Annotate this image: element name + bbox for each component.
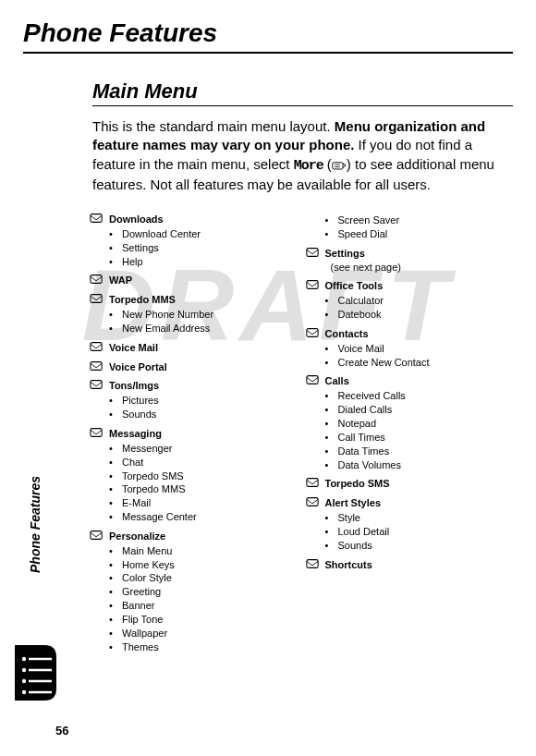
menu-sub-item-label: Notepad [338,417,377,431]
menu-sub-item: •Dialed Calls [325,403,514,417]
menu-sub-item: •Notepad [325,417,514,431]
bullet-icon: • [109,227,122,241]
menu-group-icon [89,427,104,438]
svg-rect-7 [91,361,102,370]
menu-group: Messaging•Messenger•Chat•Torpedo SMS•Tor… [109,427,298,524]
bullet-icon: • [109,322,122,335]
menu-group-header: Voice Portal [109,360,298,374]
svg-rect-15 [306,479,317,487]
menu-group-icon [89,379,104,390]
menu-sub-item-label: Flip Tone [122,613,163,627]
section-title: Main Menu [92,79,513,106]
menu-sub-item: •Main Menu [109,544,298,558]
menu-group-header: Downloads [109,213,298,226]
menu-sub-item: •Received Calls [325,389,514,403]
menu-sub-item-label: Sounds [122,408,156,421]
svg-rect-11 [306,248,317,256]
svg-rect-3 [91,214,102,223]
menu-sub-list: •Voice Mail•Create New Contact [325,342,514,370]
svg-rect-12 [306,281,317,289]
more-label: More [294,158,323,174]
svg-rect-13 [306,329,317,337]
menu-group: Shortcuts [325,558,514,572]
menu-group-header: Shortcuts [325,558,514,572]
menu-sub-item-label: Calculator [338,294,384,308]
bullet-icon: • [325,445,338,458]
intro-paren-open: ( [323,156,332,172]
bullet-icon: • [325,342,338,356]
bullet-icon: • [109,558,122,572]
menu-sub-item-label: Help [122,255,143,269]
menu-sub-item: •Loud Detail [325,525,514,539]
bullet-icon: • [109,599,122,613]
menu-group-icon [305,477,320,488]
svg-rect-17 [306,559,317,567]
menu-group: Office Tools•Calculator•Datebook [325,279,514,322]
menu-sub-item: •Voice Mail [325,342,514,356]
svg-rect-9 [91,429,102,437]
bullet-icon: • [109,510,122,524]
menu-group: Personalize•Main Menu•Home Keys•Color St… [109,530,298,654]
menu-sub-item-label: Settings [122,241,159,255]
menu-sub-item-label: Pictures [122,394,159,408]
menu-group-title: Contacts [325,327,369,341]
menu-sub-item-label: Messenger [122,442,172,456]
menu-sub-item-label: Wallpaper [122,627,167,640]
menu-sub-item: •Call Times [325,431,514,445]
svg-rect-6 [91,342,102,350]
page-number: 56 [55,724,68,738]
menu-sub-item-label: Received Calls [338,389,406,403]
menu-group-icon [89,360,104,372]
menu-group-header: Messaging [109,427,298,441]
bullet-icon: • [325,356,338,370]
menu-group: Settings(see next page) [325,247,514,274]
bullet-icon: • [325,525,338,539]
menu-group: Downloads•Download Center•Settings•Help [109,213,298,268]
more-icon [332,155,347,174]
menu-columns: Downloads•Download Center•Settings•HelpW… [92,213,513,659]
menu-sub-item-label: E-Mail [122,496,151,510]
bullet-icon: • [109,585,122,599]
menu-sub-item: •Download Center [109,227,298,241]
svg-point-20 [22,679,26,683]
intro-paragraph: This is the standard main menu layout. M… [92,117,513,194]
bullet-icon: • [109,456,122,469]
bullet-icon: • [325,458,338,472]
menu-group-title: Calls [325,374,349,388]
menu-sub-item-label: Loud Detail [338,525,390,539]
bullet-icon: • [325,417,338,431]
menu-group: Contacts•Voice Mail•Create New Contact [325,327,514,370]
svg-point-19 [22,668,26,672]
menu-sub-list: •Download Center•Settings•Help [109,227,298,269]
menu-sub-item-label: Home Keys [122,558,175,572]
menu-sub-item: •Color Style [109,571,298,585]
menu-sub-item: •Datebook [325,308,514,322]
menu-group-header: Settings [325,247,514,261]
menu-group-header: Torpedo SMS [325,477,514,491]
bullet-icon: • [325,403,338,417]
bullet-icon: • [325,294,338,308]
chapter-title: Phone Features [23,18,513,54]
menu-sub-item-label: Style [338,511,360,525]
menu-group-title: Personalize [109,530,165,543]
menu-sub-item: •New Phone Number [109,308,298,322]
menu-sub-item: •Data Times [325,445,514,458]
menu-sub-item-label: Torpedo MMS [122,482,185,496]
bullet-icon: • [109,408,122,421]
menu-group: Voice Portal [109,360,298,374]
menu-sub-item: •Themes [109,640,298,654]
menu-sub-item-label: Speed Dial [338,227,388,241]
bullet-icon: • [109,482,122,496]
menu-sub-item-label: New Email Address [122,322,210,335]
menu-group-title: Office Tools [325,279,384,293]
bullet-icon: • [325,227,338,241]
menu-group-header: Calls [325,374,514,388]
bullet-icon: • [325,511,338,525]
menu-sub-item: •Calculator [325,294,514,308]
menu-group-header: Office Tools [325,279,514,293]
menu-group: Alert Styles•Style•Loud Detail•Sounds [325,496,514,552]
menu-group-title: WAP [109,274,132,287]
menu-group: Torpedo MMS•New Phone Number•New Email A… [109,293,298,335]
menu-group-header: WAP [109,274,298,287]
menu-group-header: Personalize [109,530,298,543]
